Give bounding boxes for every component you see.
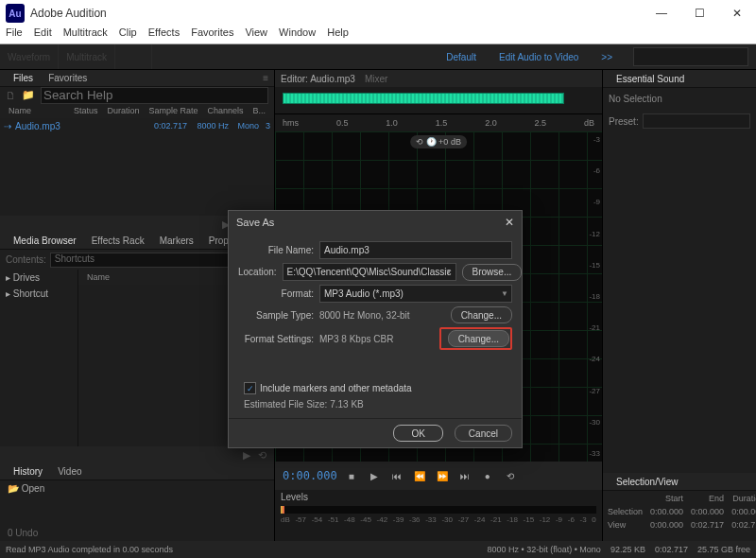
tab-editor[interactable]: Editor: Audio.mp3 bbox=[281, 74, 365, 84]
menu-favorites[interactable]: Favorites bbox=[191, 26, 233, 38]
include-metadata-checkbox[interactable]: ✓ bbox=[244, 382, 256, 394]
col-name[interactable]: Name bbox=[4, 106, 69, 115]
prev-button[interactable]: ⏮ bbox=[388, 467, 405, 484]
amplitude-hud[interactable]: ⟲ 🕐 +0 dB bbox=[410, 135, 467, 148]
menu-view[interactable]: View bbox=[245, 26, 267, 38]
levels-panel: Levels dB-57-54-51-48-45-42-39-36-33-30-… bbox=[275, 490, 602, 541]
browse-button[interactable]: Browse... bbox=[462, 264, 523, 281]
change-format-button[interactable]: Change... bbox=[448, 330, 509, 347]
tab-essential-sound[interactable]: Essential Sound bbox=[609, 72, 692, 86]
time-ruler[interactable]: hms 0.5 1.0 1.5 2.0 2.5 dB bbox=[275, 114, 602, 131]
transport-bar: 0:00.000 ■ ▶ ⏮ ⏪ ⏩ ⏭ ● ⟲ bbox=[275, 462, 602, 490]
menu-window[interactable]: Window bbox=[279, 26, 316, 38]
format-label: Format: bbox=[238, 288, 319, 299]
tab-markers[interactable]: Markers bbox=[152, 234, 201, 248]
levels-label: Levels bbox=[275, 490, 602, 504]
dialog-title: Save As bbox=[236, 217, 274, 228]
file-row[interactable]: ⇢ Audio.mp3 0:02.717 8000 Hz Mono 3 bbox=[0, 118, 274, 134]
db-scale: -3-6-9-12-15-18-21-24-27-30-33 bbox=[581, 131, 600, 462]
location-select[interactable]: E:\QQ\Tencent\QQ\Misc\Sound\Classic▼ bbox=[283, 263, 456, 281]
menu-clip[interactable]: Clip bbox=[119, 26, 137, 38]
workspace-more[interactable]: >> bbox=[592, 48, 622, 66]
history-panel-header: History Video bbox=[0, 463, 274, 480]
no-selection-label: No Selection bbox=[609, 94, 750, 104]
col-duration[interactable]: Duration bbox=[102, 106, 144, 115]
files-filter[interactable] bbox=[41, 87, 268, 104]
col-bitdepth[interactable]: B... bbox=[248, 106, 270, 115]
file-samplerate: 8000 Hz bbox=[187, 121, 229, 131]
overview-track[interactable] bbox=[275, 87, 602, 114]
filename-input[interactable] bbox=[319, 241, 512, 259]
format-select[interactable]: MP3 Audio (*.mp3)▼ bbox=[319, 285, 512, 303]
essential-sound-body: No Selection Preset: bbox=[603, 88, 756, 134]
statusbar: Read MP3 Audio completed in 0.00 seconds… bbox=[0, 541, 756, 558]
tab-history[interactable]: History bbox=[6, 464, 50, 479]
db-label: dB bbox=[584, 118, 594, 128]
undo-count: 0 Undo bbox=[0, 525, 274, 541]
status-size: 92.25 KB bbox=[610, 545, 645, 554]
loop-button[interactable]: ⟲ bbox=[502, 467, 519, 484]
menu-help[interactable]: Help bbox=[327, 26, 349, 38]
menu-multitrack[interactable]: Multitrack bbox=[63, 26, 108, 38]
record-button[interactable]: ● bbox=[479, 467, 496, 484]
rewind-button[interactable]: ⏪ bbox=[411, 467, 428, 484]
tool-icons[interactable] bbox=[115, 44, 152, 69]
app-title: Adobe Audition bbox=[30, 7, 107, 20]
tab-video[interactable]: Video bbox=[50, 464, 89, 479]
files-tool-icon[interactable]: 📁 bbox=[22, 89, 35, 101]
cancel-button[interactable]: Cancel bbox=[455, 425, 512, 442]
tab-media-browser[interactable]: Media Browser bbox=[6, 234, 84, 248]
next-button[interactable]: ⏭ bbox=[456, 467, 473, 484]
media-footer: ▶ ⟲ bbox=[0, 446, 274, 464]
tab-mixer[interactable]: Mixer bbox=[365, 74, 397, 84]
ffwd-button[interactable]: ⏩ bbox=[434, 467, 451, 484]
ok-button[interactable]: OK bbox=[393, 425, 442, 442]
col-status[interactable]: Status bbox=[69, 106, 103, 115]
menu-effects[interactable]: Effects bbox=[148, 26, 180, 38]
contents-label: Contents: bbox=[6, 254, 46, 265]
search-input[interactable] bbox=[633, 47, 748, 66]
file-channels: Mono bbox=[229, 121, 259, 131]
files-columns: Name Status Duration Sample Rate Channel… bbox=[0, 104, 274, 118]
toolbar: Waveform Multitrack Default Edit Audio t… bbox=[0, 44, 756, 70]
col-channels[interactable]: Channels bbox=[202, 106, 248, 115]
play-icon[interactable]: ▶ bbox=[243, 449, 250, 462]
loop-icon[interactable]: ⟲ bbox=[258, 449, 266, 462]
tab-selection-view[interactable]: Selection/View bbox=[609, 475, 685, 489]
play-button[interactable]: ▶ bbox=[366, 467, 383, 484]
preset-select[interactable] bbox=[643, 113, 750, 129]
mb-col-name[interactable]: Name bbox=[82, 272, 229, 282]
tab-files[interactable]: Files bbox=[6, 71, 41, 85]
shortcut-item[interactable]: ▸ Shortcut bbox=[0, 286, 77, 302]
waveform-mode[interactable]: Waveform bbox=[0, 44, 59, 69]
file-duration: 0:02.717 bbox=[146, 121, 187, 131]
tab-effects-rack[interactable]: Effects Rack bbox=[84, 234, 152, 248]
chevron-down-icon: ▼ bbox=[445, 268, 453, 276]
preset-label: Preset: bbox=[609, 116, 639, 127]
minimize-button[interactable]: — bbox=[643, 0, 680, 26]
menu-edit[interactable]: Edit bbox=[34, 26, 52, 38]
editor-header: Editor: Audio.mp3 Mixer bbox=[275, 70, 602, 87]
dialog-close-button[interactable]: ✕ bbox=[505, 216, 514, 229]
timecode[interactable]: 0:00.000 bbox=[283, 469, 337, 482]
change-sampletype-button[interactable]: Change... bbox=[451, 306, 512, 323]
status-format: 8000 Hz • 32-bit (float) • Mono bbox=[488, 545, 601, 554]
panel-menu-icon[interactable]: ≡ bbox=[263, 73, 268, 83]
col-samplerate[interactable]: Sample Rate bbox=[144, 106, 202, 115]
status-disk: 25.75 GB free bbox=[697, 545, 750, 554]
history-item-open[interactable]: 📂 Open bbox=[0, 480, 274, 497]
level-ticks: dB-57-54-51-48-45-42-39-36-33-30-27-24-2… bbox=[275, 515, 602, 524]
chevron-down-icon: ▼ bbox=[501, 289, 508, 298]
stop-button[interactable]: ■ bbox=[343, 467, 360, 484]
files-tool-icon[interactable]: 🗋 bbox=[6, 90, 16, 101]
drives-item[interactable]: ▸ Drives bbox=[0, 270, 77, 286]
workspace-default[interactable]: Default bbox=[437, 48, 486, 66]
menu-file[interactable]: File bbox=[6, 26, 23, 38]
file-name: Audio.mp3 bbox=[11, 121, 146, 131]
tab-favorites[interactable]: Favorites bbox=[41, 71, 94, 85]
multitrack-mode[interactable]: Multitrack bbox=[59, 44, 115, 69]
close-button[interactable]: ✕ bbox=[718, 0, 756, 26]
workspace-edit-av[interactable]: Edit Audio to Video bbox=[490, 48, 588, 66]
filename-label: File Name: bbox=[238, 245, 319, 255]
maximize-button[interactable]: ☐ bbox=[680, 0, 718, 26]
